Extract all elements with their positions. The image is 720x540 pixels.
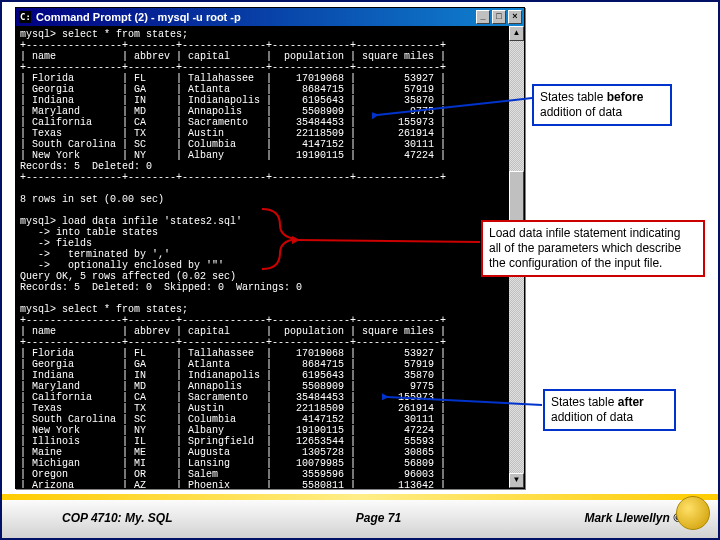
callout-bold: before bbox=[607, 90, 644, 104]
footer-left: COP 4710: My. SQL bbox=[62, 511, 172, 525]
window-title: Command Prompt (2) - mysql -u root -p bbox=[36, 11, 241, 23]
maximize-button[interactable]: □ bbox=[492, 10, 506, 24]
callout-text: States table bbox=[540, 90, 607, 104]
footer-center: Page 71 bbox=[356, 511, 401, 525]
callout-after: States table after addition of data bbox=[543, 389, 676, 431]
minimize-button[interactable]: _ bbox=[476, 10, 490, 24]
callout-text: States table bbox=[551, 395, 618, 409]
callout-load-data: Load data infile statement indicating al… bbox=[481, 220, 705, 277]
scroll-down-button[interactable]: ▼ bbox=[509, 473, 524, 488]
ucf-logo-icon bbox=[676, 496, 710, 530]
callout-text: the configuration of the input file. bbox=[489, 256, 662, 270]
command-prompt-window: C: Command Prompt (2) - mysql -u root -p… bbox=[15, 7, 525, 489]
cmd-icon: C: bbox=[18, 10, 32, 24]
footer: COP 4710: My. SQL Page 71 Mark Llewellyn… bbox=[2, 494, 718, 534]
titlebar[interactable]: C: Command Prompt (2) - mysql -u root -p… bbox=[16, 8, 524, 26]
footer-bar bbox=[2, 494, 718, 500]
callout-text: addition of data bbox=[540, 105, 622, 119]
close-button[interactable]: × bbox=[508, 10, 522, 24]
footer-right: Mark Llewellyn © bbox=[584, 511, 682, 525]
callout-text: Load data infile statement indicating bbox=[489, 226, 680, 240]
callout-text: addition of data bbox=[551, 410, 633, 424]
svg-text:C:: C: bbox=[20, 12, 31, 22]
terminal[interactable]: mysql> select * from states; +----------… bbox=[16, 26, 524, 488]
callout-text: all of the parameters which describe bbox=[489, 241, 681, 255]
scroll-up-button[interactable]: ▲ bbox=[509, 26, 524, 41]
window-buttons: _ □ × bbox=[476, 10, 522, 24]
callout-bold: after bbox=[618, 395, 644, 409]
callout-before: States table before addition of data bbox=[532, 84, 672, 126]
